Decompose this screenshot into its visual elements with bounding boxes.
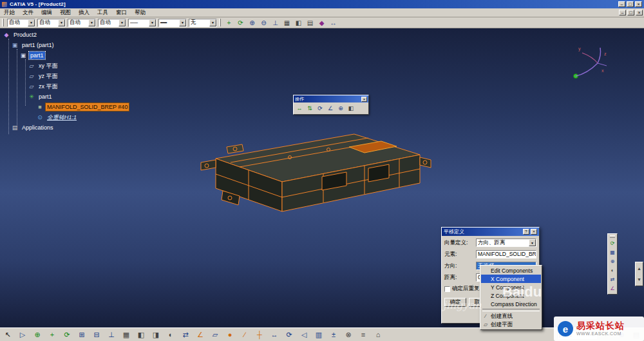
titlebar[interactable]: CATIA V5 - [Product2] –□× <box>0 0 644 8</box>
menu-item[interactable]: 帮助 <box>131 8 149 17</box>
dock-up-icon[interactable]: ▲ <box>636 263 642 273</box>
fit-all-icon[interactable]: ⊕ <box>32 329 43 340</box>
catalog-icon[interactable]: ⌂ <box>373 329 383 340</box>
specification-tree-icon[interactable]: ▤ <box>305 18 315 28</box>
measure-icon[interactable]: ↔ <box>328 18 338 28</box>
measure-item-icon[interactable]: ≡ <box>358 329 368 340</box>
toolbar-grip[interactable] <box>610 235 615 238</box>
mirror-icon[interactable]: ◁ <box>299 329 309 340</box>
zoom-out-icon[interactable]: ⊖ <box>259 18 269 28</box>
zoom-in-icon[interactable]: ⊕ <box>247 18 257 28</box>
select-tool-icon[interactable]: ↖ <box>3 329 13 340</box>
tree-item[interactable]: ▱ xy 平面 <box>28 61 170 71</box>
fly-mode-icon[interactable]: ▷ <box>17 329 28 340</box>
wireframe-icon[interactable]: ◨ <box>151 329 161 340</box>
element-field[interactable]: MANIFOLD_SOLID_BREP #40 <box>476 250 536 258</box>
context-menu-item[interactable]: Z Component <box>481 291 541 300</box>
translate-icon[interactable]: ↔ <box>269 329 279 340</box>
context-menu-item[interactable]: Edit Components <box>481 266 541 275</box>
point-icon[interactable]: ● <box>225 329 235 340</box>
rotate-view-icon[interactable]: ⟳ <box>236 18 245 28</box>
normal-surface-icon[interactable]: ⊥ <box>106 329 117 340</box>
context-menu-item[interactable]: ▱ 创建平面 <box>481 320 541 329</box>
update-icon[interactable]: ⟳ <box>609 239 616 248</box>
tree-item[interactable]: ✳ part1 <box>28 92 170 102</box>
doc-restore-button[interactable]: □ <box>627 10 634 15</box>
zoom-out-icon[interactable]: ⊟ <box>91 329 102 340</box>
shading-mode-icon[interactable]: ◧ <box>294 18 303 28</box>
menu-item[interactable]: 插入 <box>75 8 93 17</box>
view-compass-icon[interactable]: x y z <box>569 44 609 84</box>
doc-close-button[interactable]: × <box>636 10 643 15</box>
graphic-properties-combo[interactable]: 无 ▼ <box>189 19 217 27</box>
tree-item[interactable]: ⊙ 全重铸H1:1 <box>36 112 170 122</box>
swap-visible-space-icon[interactable]: ⇄ <box>180 329 191 340</box>
menu-item[interactable]: 工具 <box>93 8 112 17</box>
dock-down-icon[interactable]: ▼ <box>636 274 642 284</box>
half-shade-icon[interactable]: ◐ <box>609 266 616 275</box>
operation-toolbar-titlebar[interactable]: 操作 × <box>294 95 368 102</box>
zoom-in-icon[interactable]: ⊞ <box>77 329 87 340</box>
context-menu-item[interactable]: X Component <box>481 275 541 283</box>
dialog-titlebar[interactable]: 平移定义 ? × <box>442 228 539 236</box>
pan-icon[interactable]: + <box>47 329 57 340</box>
axis-icon[interactable]: ┼ <box>254 329 265 340</box>
doc-minimize-button[interactable]: – <box>619 10 626 15</box>
graphic-properties-combo[interactable]: ── ▼ <box>128 19 156 27</box>
close-icon[interactable]: × <box>531 229 537 235</box>
angle-icon[interactable]: ∠ <box>609 284 616 293</box>
graphic-properties-combo[interactable]: ━━ ▼ <box>158 19 187 27</box>
tree-item[interactable]: ▱ yz 平面 <box>28 71 170 81</box>
close-button[interactable]: × <box>635 1 642 7</box>
plane-icon[interactable]: ▱ <box>210 329 220 340</box>
angle-snap-icon[interactable]: ∠ <box>326 104 335 113</box>
graphic-properties-combo[interactable]: 自动 ▼ <box>98 19 126 27</box>
context-menu-item[interactable]: Compass Direction <box>481 300 541 308</box>
zoom-drag-icon[interactable]: ⊕ <box>336 104 345 113</box>
line-icon[interactable]: ∕ <box>240 329 250 340</box>
compass-toggle-icon[interactable]: ◆ <box>317 18 327 28</box>
rotate-body-icon[interactable]: ⟳ <box>284 329 294 340</box>
views-icon[interactable]: ▦ <box>609 248 616 257</box>
swap-space-icon[interactable]: ⇄ <box>609 275 616 284</box>
context-menu-item[interactable] <box>482 309 540 311</box>
hide-show-icon[interactable]: ◐ <box>166 329 176 340</box>
context-menu-item[interactable]: ∕ 创建直线 <box>481 312 541 320</box>
drag-translate-icon[interactable]: ↔ <box>295 104 304 113</box>
menu-item[interactable]: 开始 <box>0 8 19 17</box>
tree-item[interactable]: ▣ part1 <box>19 50 170 61</box>
graphic-properties-combo[interactable]: 自动 ▼ <box>7 19 35 27</box>
tree-item[interactable]: ◆ Product2 <box>3 30 170 40</box>
rotate-icon[interactable]: ⟳ <box>62 329 72 340</box>
tree-item[interactable]: ▤ Applications <box>11 122 170 133</box>
pattern-icon[interactable]: ▥ <box>314 329 324 340</box>
plane-move-icon[interactable]: ◧ <box>346 104 355 113</box>
minimize-button[interactable]: – <box>618 1 625 7</box>
normal-view-icon[interactable]: ⊥ <box>270 18 280 28</box>
3d-model[interactable] <box>193 130 433 253</box>
sketcher-icon[interactable]: ∠ <box>195 329 205 340</box>
multi-view-icon[interactable]: ▦ <box>282 18 292 28</box>
toolbar-grip[interactable] <box>219 19 221 26</box>
tree-item[interactable]: ▣ part1 (part1) <box>11 40 170 50</box>
graphic-properties-combo[interactable]: 自动 ▼ <box>37 19 66 27</box>
menu-item[interactable]: 编辑 <box>37 8 56 17</box>
close-icon[interactable]: × <box>361 97 367 102</box>
menu-item[interactable]: 视图 <box>56 8 75 17</box>
shading-icon[interactable]: ◧ <box>136 329 146 340</box>
vector-definition-select[interactable]: 方向、距离 ▼ <box>476 239 536 247</box>
menu-item[interactable]: 文件 <box>19 8 37 17</box>
drag-vertical-icon[interactable]: ⇅ <box>305 104 314 113</box>
quick-views-icon[interactable]: ▦ <box>121 329 131 340</box>
help-icon[interactable]: ? <box>523 229 529 235</box>
tree-item[interactable]: ■ MANIFOLD_SOLID_BREP #40 <box>36 102 170 112</box>
free-rotate-icon[interactable]: ⟳ <box>316 104 325 113</box>
pan-view-icon[interactable]: + <box>224 18 234 28</box>
3d-viewport[interactable]: ◆ Product2 ▣ part1 (part1) ▣ part1 <box>0 28 644 327</box>
toolbar-grip[interactable] <box>2 19 4 26</box>
menu-item[interactable]: 窗口 <box>112 8 131 17</box>
graphic-properties-combo[interactable]: 自动 ▼ <box>68 19 96 27</box>
tree-item[interactable]: ▱ zx 平面 <box>28 81 170 92</box>
repeat-after-ok-checkbox[interactable] <box>444 286 450 292</box>
boolean-icon[interactable]: ⊗ <box>343 329 354 340</box>
